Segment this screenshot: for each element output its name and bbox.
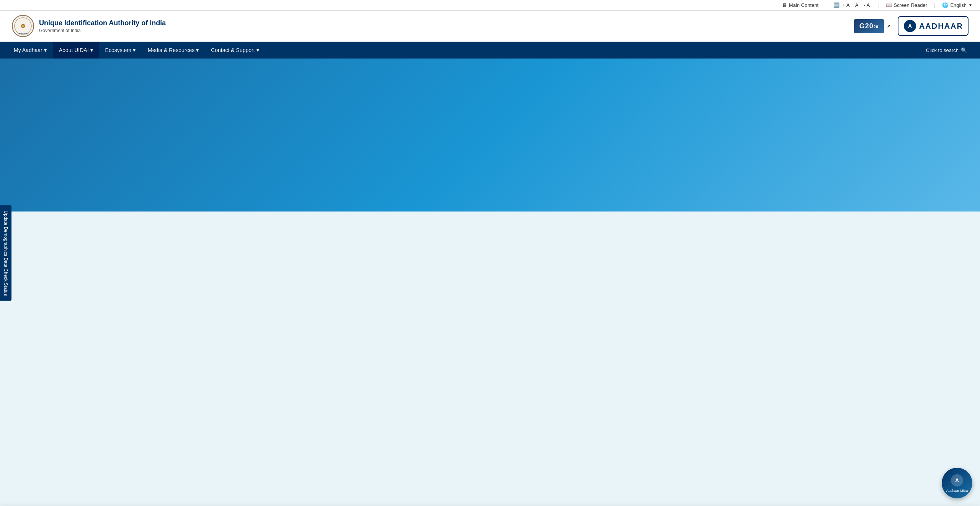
- sidebar-tab-label: Update Demographics Data Check Status: [3, 210, 8, 212]
- nav-contact-support[interactable]: Contact & Support ▾: [205, 42, 265, 59]
- nav-media-resources[interactable]: Media & Resources ▾: [142, 42, 205, 59]
- nav-ecosystem[interactable]: Ecosystem ▾: [99, 42, 142, 59]
- nav-my-aadhaar[interactable]: My Aadhaar ▾: [8, 42, 53, 59]
- font-size-controls: 🔤 + A A - A: [833, 2, 871, 8]
- svg-text:🦁: 🦁: [21, 24, 26, 29]
- hero-section: [0, 59, 980, 212]
- nav-contact-support-label: Contact & Support: [211, 47, 255, 53]
- language-icon: 🌐: [942, 2, 948, 8]
- aadhaar-symbol-icon: A: [903, 19, 917, 33]
- aadhaar-logo-box: A AADHAAR: [898, 16, 969, 36]
- logo-area: 🦁 सत्यमेव जयते Unique Identification Aut…: [11, 15, 166, 37]
- main-nav: My Aadhaar ▾ About UIDAI ▾ Ecosystem ▾ M…: [0, 42, 980, 59]
- nav-my-aadhaar-label: My Aadhaar: [14, 47, 42, 53]
- main-content-link[interactable]: 🖥 Main Content: [782, 2, 818, 8]
- nav-ecosystem-chevron: ▾: [133, 47, 136, 53]
- nav-about-uidai-label: About UIDAI: [59, 47, 89, 53]
- font-reset-btn[interactable]: A: [855, 2, 859, 8]
- header-right: G2020 ↗ A AADHAAR: [854, 16, 969, 36]
- nav-about-uidai[interactable]: About UIDAI ▾: [53, 42, 99, 59]
- font-decrease-btn[interactable]: - A: [864, 2, 870, 8]
- external-link-icon: ↗: [887, 24, 890, 28]
- g20-logo: G2020 ↗: [854, 19, 890, 33]
- svg-text:A: A: [908, 23, 912, 29]
- nav-my-aadhaar-chevron: ▾: [44, 47, 47, 53]
- search-label: Click to search: [926, 47, 959, 53]
- language-selector[interactable]: 🌐 English ▼: [942, 2, 972, 8]
- nav-contact-chevron: ▾: [256, 47, 259, 53]
- govt-emblem-icon: 🦁 सत्यमेव जयते: [11, 15, 34, 37]
- search-icon: 🔍: [961, 47, 967, 53]
- g20-badge: G2020: [854, 19, 884, 33]
- chevron-down-icon: ▼: [969, 3, 972, 7]
- nav-about-uidai-chevron: ▾: [90, 47, 93, 53]
- font-increase-icon: 🔤: [833, 2, 840, 8]
- sidebar-demographics-tab[interactable]: Update Demographics Data Check Status: [0, 205, 11, 212]
- screen-reader-icon: 📖: [886, 2, 892, 8]
- site-header: 🦁 सत्यमेव जयते Unique Identification Aut…: [0, 11, 980, 42]
- nav-ecosystem-label: Ecosystem: [105, 47, 131, 53]
- nav-media-chevron: ▾: [196, 47, 199, 53]
- monitor-icon: 🖥: [782, 2, 787, 8]
- logo-text: Unique Identification Authority of India…: [39, 19, 166, 33]
- svg-text:सत्यमेव जयते: सत्यमेव जयते: [18, 33, 28, 35]
- search-button[interactable]: Click to search 🔍: [921, 44, 972, 57]
- screen-reader-link[interactable]: 📖 Screen Reader: [886, 2, 927, 8]
- font-increase-btn[interactable]: + A: [842, 2, 849, 8]
- aadhaar-logo-text: AADHAAR: [919, 22, 963, 31]
- nav-media-resources-label: Media & Resources: [148, 47, 194, 53]
- top-bar: 🖥 Main Content | 🔤 + A A - A | 📖 Screen …: [0, 0, 980, 11]
